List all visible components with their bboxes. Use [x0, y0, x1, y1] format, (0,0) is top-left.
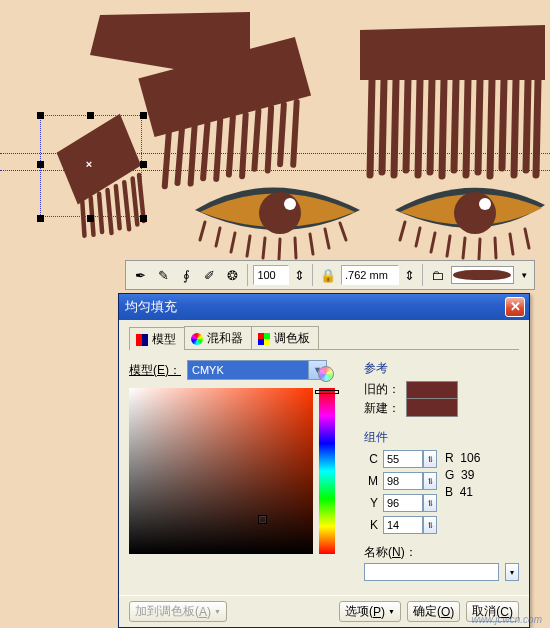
svg-line-38 [231, 233, 235, 252]
y-input[interactable] [383, 494, 423, 512]
tab-label: 混和器 [207, 330, 243, 347]
lock-button[interactable]: 🔒 [318, 264, 338, 286]
svg-line-7 [454, 80, 456, 170]
svg-line-6 [442, 80, 444, 176]
hue-cursor[interactable] [315, 390, 339, 394]
old-label: 旧的： [364, 381, 400, 398]
name-dropdown[interactable]: ▾ [505, 563, 519, 581]
k-stepper[interactable]: ⥮ [423, 516, 437, 534]
svg-point-35 [284, 198, 296, 210]
svg-line-9 [478, 80, 480, 172]
svg-line-37 [216, 228, 220, 246]
svg-line-1 [382, 80, 384, 172]
uniform-fill-dialog: 均匀填充 ✕ 模型 混和器 调色板 模型(E)： CMYK ▼ [118, 293, 530, 628]
c-label: C [364, 452, 378, 466]
selection-handle[interactable] [140, 112, 147, 119]
svg-line-21 [236, 114, 252, 176]
selection-handle[interactable] [140, 161, 147, 168]
titlebar[interactable]: 均匀填充 ✕ [119, 294, 529, 320]
brush-folder-button[interactable]: 🗀 [428, 264, 448, 286]
svg-line-52 [463, 238, 465, 258]
selection-handle[interactable] [140, 215, 147, 222]
stroke-preview[interactable] [451, 266, 515, 284]
old-color-swatch[interactable] [406, 381, 458, 399]
svg-point-47 [479, 198, 491, 210]
tool-brush-b-button[interactable]: ∮ [176, 264, 196, 286]
watermark: www.jcwcn.com [471, 614, 542, 625]
selection-handle[interactable] [87, 215, 94, 222]
stroke-preview-dropdown[interactable]: ▼ [517, 264, 530, 286]
svg-line-53 [479, 239, 480, 259]
close-button[interactable]: ✕ [505, 297, 525, 317]
model-label: 模型(E)： [129, 362, 181, 379]
svg-line-36 [200, 222, 205, 240]
add-to-palette-button[interactable]: 加到调色板(A)▼ [129, 601, 227, 622]
tool-eyedropper-button[interactable]: ✒ [130, 264, 150, 286]
svg-line-55 [510, 234, 513, 254]
tool-calligraphy-button[interactable]: ✐ [199, 264, 219, 286]
svg-point-46 [454, 192, 496, 234]
opacity-input[interactable] [253, 265, 289, 285]
selection-handle[interactable] [37, 112, 44, 119]
tool-brush-a-button[interactable]: ✎ [153, 264, 173, 286]
c-input[interactable] [383, 450, 423, 468]
m-stepper[interactable]: ⥮ [423, 472, 437, 490]
tab-bar: 模型 混和器 调色板 [129, 326, 519, 350]
svg-line-16 [172, 129, 187, 183]
svg-line-43 [310, 234, 313, 254]
k-input[interactable] [383, 516, 423, 534]
ok-button[interactable]: 确定(O) [407, 601, 460, 622]
y-stepper[interactable]: ⥮ [423, 494, 437, 512]
color-field-cursor[interactable] [259, 516, 266, 523]
svg-line-14 [536, 80, 538, 175]
combo-value: CMYK [192, 364, 224, 376]
selection-center[interactable]: × [84, 159, 94, 169]
m-label: M [364, 474, 378, 488]
tab-model[interactable]: 模型 [129, 327, 185, 350]
dialog-title: 均匀填充 [123, 298, 505, 316]
mixer-icon [191, 333, 203, 345]
color-wheel-button[interactable] [318, 366, 334, 382]
selection-handle[interactable] [87, 112, 94, 119]
new-color-swatch[interactable] [406, 399, 458, 417]
name-input[interactable] [364, 563, 499, 581]
svg-line-56 [525, 229, 529, 248]
svg-line-40 [263, 238, 265, 258]
svg-line-48 [400, 222, 405, 240]
svg-line-23 [261, 108, 277, 171]
svg-line-3 [406, 80, 408, 170]
tab-palette[interactable]: 调色板 [251, 326, 319, 349]
tool-spray-button[interactable]: ❂ [222, 264, 242, 286]
svg-line-49 [416, 228, 420, 246]
drawing-canvas[interactable]: × [0, 0, 550, 260]
svg-line-8 [466, 80, 468, 175]
svg-line-45 [340, 223, 346, 240]
model-icon [136, 334, 148, 346]
svg-line-51 [447, 236, 450, 256]
selection-handle[interactable] [37, 161, 44, 168]
tab-label: 调色板 [274, 330, 310, 347]
palette-icon [258, 333, 270, 345]
new-label: 新建： [364, 400, 400, 417]
opacity-stepper[interactable]: ⇕ [292, 264, 307, 286]
components-heading: 组件 [364, 429, 519, 446]
svg-line-42 [295, 238, 296, 258]
svg-line-15 [159, 131, 175, 187]
svg-line-0 [370, 80, 372, 175]
model-combo[interactable]: CMYK ▼ [187, 360, 327, 380]
svg-line-25 [287, 102, 303, 165]
color-field[interactable] [129, 388, 313, 554]
y-label: Y [364, 496, 378, 510]
tab-mixer[interactable]: 混和器 [184, 326, 252, 349]
svg-line-22 [248, 111, 264, 169]
hue-slider[interactable] [319, 388, 335, 554]
svg-line-24 [274, 104, 290, 164]
c-stepper[interactable]: ⥮ [423, 450, 437, 468]
m-input[interactable] [383, 472, 423, 490]
stroke-width-stepper[interactable]: ⇕ [402, 264, 417, 286]
options-button[interactable]: 选项(P)▼ [339, 601, 401, 622]
selection-handle[interactable] [37, 215, 44, 222]
svg-line-54 [495, 238, 496, 258]
svg-line-17 [185, 126, 201, 184]
stroke-width-input[interactable] [341, 265, 399, 285]
